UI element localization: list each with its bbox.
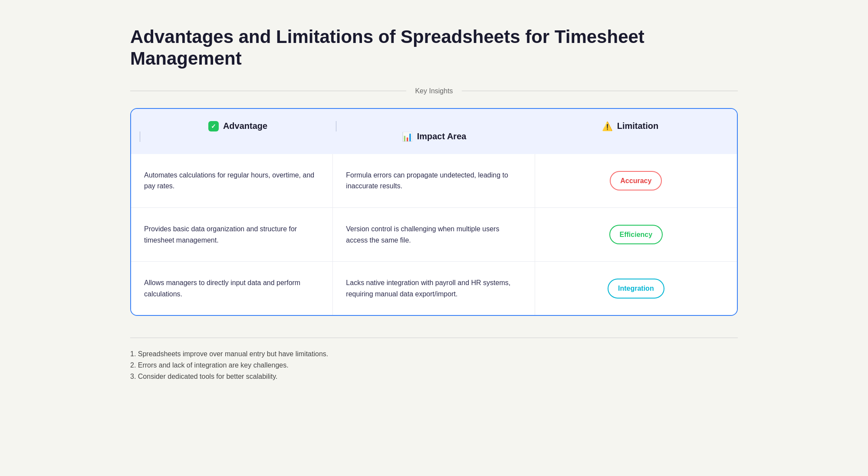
cell-limitation-1: Version control is challenging when mult… (333, 208, 535, 261)
header-limitation: ⚠️ Limitation (532, 121, 728, 131)
warning-icon: ⚠️ (602, 121, 613, 131)
table-header: Advantage ⚠️ Limitation 📊 Impact Area (131, 109, 737, 154)
bar-chart-icon: 📊 (402, 131, 413, 142)
key-insights-divider: Key Insights (130, 87, 738, 95)
impact-badge-1: Efficiency (609, 225, 663, 245)
key-insights-label: Key Insights (406, 87, 461, 95)
cell-advantage-2: Allows managers to directly input data a… (131, 262, 333, 315)
table-body: Automates calculations for regular hours… (131, 154, 737, 315)
impact-badge-2: Integration (608, 279, 664, 299)
footer-section: 1. Spreadsheets improve over manual entr… (130, 338, 738, 381)
footer-item-2: 3. Consider dedicated tools for better s… (130, 373, 738, 381)
impact-header-label: Impact Area (417, 131, 467, 141)
cell-impact-2: Integration (535, 262, 737, 315)
divider-left (130, 91, 406, 91)
cell-limitation-0: Formula errors can propagate undetected,… (333, 154, 535, 207)
cell-advantage-0: Automates calculations for regular hours… (131, 154, 333, 207)
advantage-header-label: Advantage (223, 121, 267, 131)
impact-badge-0: Accuracy (610, 171, 662, 191)
cell-impact-0: Accuracy (535, 154, 737, 207)
table-row: Allows managers to directly input data a… (131, 261, 737, 315)
cell-limitation-2: Lacks native integration with payroll an… (333, 262, 535, 315)
cell-advantage-1: Provides basic data organization and str… (131, 208, 333, 261)
check-icon (208, 121, 219, 131)
page-container: Advantages and Limitations of Spreadshee… (130, 26, 738, 384)
main-table: Advantage ⚠️ Limitation 📊 Impact Area Au… (130, 108, 738, 316)
cell-impact-1: Efficiency (535, 208, 737, 261)
header-advantage: Advantage (140, 121, 336, 131)
table-row: Automates calculations for regular hours… (131, 154, 737, 207)
table-row: Provides basic data organization and str… (131, 207, 737, 261)
footer-list: 1. Spreadsheets improve over manual entr… (130, 350, 738, 381)
limitation-header-label: Limitation (617, 121, 659, 131)
divider-right (462, 91, 738, 91)
footer-item-0: 1. Spreadsheets improve over manual entr… (130, 350, 738, 358)
page-title: Advantages and Limitations of Spreadshee… (130, 26, 738, 70)
footer-item-1: 2. Errors and lack of integration are ke… (130, 361, 738, 369)
header-impact: 📊 Impact Area (336, 131, 532, 142)
